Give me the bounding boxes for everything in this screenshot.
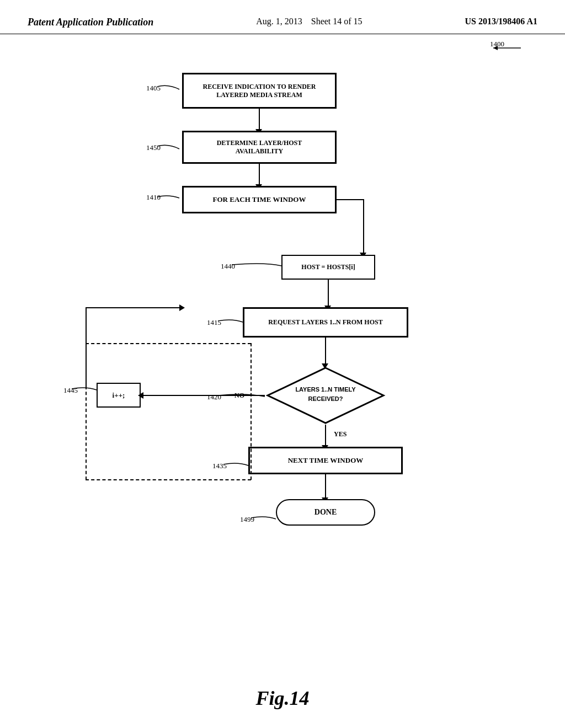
- yes-label: YES: [334, 430, 347, 438]
- arrow-iinc-right: [86, 307, 182, 308]
- main-content: 1400 RECEIVE INDICATION TO RENDER LAYERE…: [0, 34, 565, 718]
- publication-title: Patent Application Publication: [28, 17, 153, 28]
- arrow-next-to-done: [325, 474, 326, 499]
- host-box: HOST = HOSTS[i]: [281, 255, 375, 280]
- svg-text:RECEIVED?: RECEIVED?: [308, 395, 343, 402]
- label-1450-arrow: [152, 141, 185, 152]
- label-1440-arrow: [226, 259, 284, 270]
- arrow-request-to-diamond: [325, 338, 326, 365]
- arrow-1450-to-foreach: [259, 164, 260, 186]
- next-time-box: NEXT TIME WINDOW: [248, 447, 403, 474]
- for-each-box: FOR EACH TIME WINDOW: [182, 186, 337, 213]
- dashed-bottom-h: [86, 479, 251, 480]
- figure-label: Fig.14: [255, 687, 309, 710]
- flowchart: RECEIVE INDICATION TO RENDER LAYERED MED…: [11, 45, 554, 652]
- page-header: Patent Application Publication Aug. 1, 2…: [0, 0, 565, 34]
- decision-diamond: LAYERS 1..N TIMELY RECEIVED?: [265, 365, 386, 426]
- arrow-yes-down: [325, 425, 326, 447]
- svg-text:LAYERS 1..N TIMELY: LAYERS 1..N TIMELY: [295, 386, 356, 393]
- arrow-host-to-request: [328, 280, 329, 307]
- arrow-foreach-right: [337, 199, 364, 200]
- publication-number: US 2013/198406 A1: [465, 17, 537, 26]
- publication-date-sheet: Aug. 1, 2013 Sheet 14 of 15: [256, 17, 362, 26]
- label-1410-arrow: [152, 191, 185, 202]
- arrow-foreach-down: [363, 199, 364, 254]
- publication-date: Aug. 1, 2013: [256, 17, 302, 26]
- layer-host-box: DETERMINE LAYER/HOST AVAILABILITY: [182, 131, 337, 164]
- dashed-left-v: [86, 386, 87, 480]
- label-1405-arrow: [152, 81, 185, 92]
- arrowhead-no-to-iinc: [138, 392, 143, 399]
- dashed-top-h: [86, 343, 251, 344]
- arrow-no-left: [130, 395, 265, 396]
- done-box: DONE: [276, 499, 375, 526]
- arrow-start-to-1450: [259, 109, 260, 131]
- label-1499-arrow: [246, 512, 279, 523]
- i-inc-box: i++;: [97, 383, 141, 408]
- dashed-right-v: [250, 343, 252, 480]
- start-box: RECEIVE INDICATION TO RENDER LAYERED MED…: [182, 73, 337, 109]
- request-box: REQUEST LAYERS 1..N FROM HOST: [243, 307, 408, 338]
- arrow-iinc-up: [86, 307, 87, 387]
- arrowhead-back-to-foreach: [179, 304, 185, 311]
- label-1435-arrow: [218, 459, 251, 470]
- sheet-info: Sheet 14 of 15: [311, 17, 363, 26]
- label-1445-arrow: [66, 383, 99, 394]
- label-1415-arrow: [212, 315, 246, 326]
